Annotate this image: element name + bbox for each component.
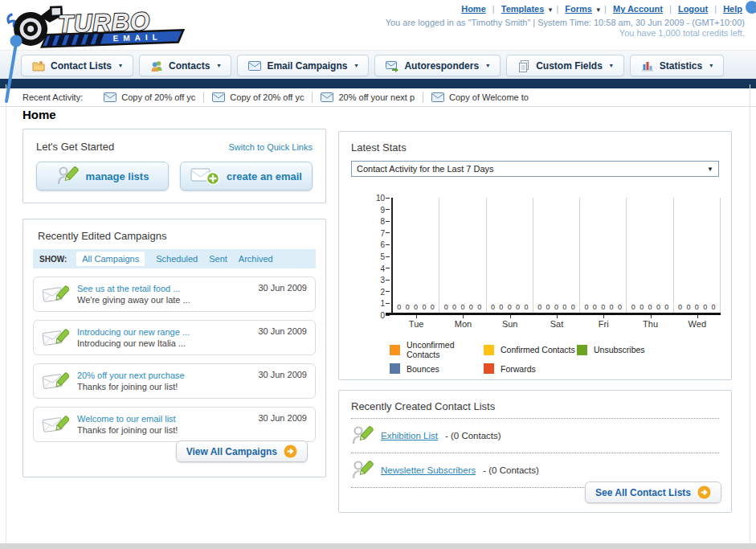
legend-swatch xyxy=(390,363,400,374)
x-axis-label-wed: Wed xyxy=(674,315,721,329)
top-link-templates[interactable]: Templates xyxy=(501,4,545,14)
recent-activity-item[interactable]: Copy of 20% off yc xyxy=(204,92,312,102)
tab-label: Email Campaigns xyxy=(267,60,347,72)
x-tick-mark xyxy=(463,315,464,318)
campaign-subtitle: Thanks for joining our list! xyxy=(77,425,178,435)
x-tick-mark xyxy=(557,315,558,318)
y-tick-label: 8 xyxy=(380,217,385,226)
go-arrow-icon xyxy=(697,485,711,499)
contacts-icon xyxy=(150,59,163,72)
tab-label: Contact Lists xyxy=(51,60,112,72)
campaign-row[interactable]: See us at the retail food ...We're givin… xyxy=(33,277,316,312)
go-arrow-icon xyxy=(284,445,297,458)
y-tick-label: 0 xyxy=(380,311,385,320)
campaign-title-link[interactable]: Welcome to our email list xyxy=(77,414,178,424)
envelope-pencil-icon xyxy=(42,370,69,392)
campaign-subtitle: Introducing our new Italia ... xyxy=(77,338,190,348)
campaign-title-link[interactable]: 20% off your next purchase xyxy=(77,371,185,380)
chevron-down-icon: ▾ xyxy=(217,62,220,69)
data-value: 0 xyxy=(452,303,456,311)
tab-email-campaigns[interactable]: Email Campaigns▾ xyxy=(237,55,369,76)
recent-activity-item[interactable]: Copy of 20% off yc xyxy=(96,92,203,102)
campaign-date: 30 Jun 2009 xyxy=(258,326,307,336)
create-an-email-button[interactable]: create an email xyxy=(180,162,313,191)
top-link-logout[interactable]: Logout xyxy=(678,4,708,14)
nav-separator: | xyxy=(602,4,609,14)
tab-statistics[interactable]: Statistics▾ xyxy=(630,55,724,76)
recent-activity-item-label: 20% off your next p xyxy=(338,92,415,102)
filter-archived[interactable]: Archived xyxy=(239,254,273,264)
campaign-subtitle: Thanks for joining our list! xyxy=(77,382,185,391)
contact-list-link[interactable]: Exhibition List xyxy=(381,431,438,440)
y-tick-label: 9 xyxy=(380,205,385,214)
x-axis-label-mon: Mon xyxy=(439,315,486,329)
data-value: 0 xyxy=(537,303,541,311)
envelope-icon xyxy=(321,92,333,102)
tab-contact-lists[interactable]: Contact Lists▾ xyxy=(21,55,133,76)
y-tick-mark xyxy=(386,280,390,281)
chart-zero-values: 00000 xyxy=(487,303,533,313)
turbo-email-logo: EMAIL TURBO xyxy=(5,2,191,50)
data-value: 0 xyxy=(422,303,426,311)
top-link-home[interactable]: Home xyxy=(461,4,486,14)
stats-range-select[interactable]: Contact Activity for the Last 7 Days ▼ xyxy=(351,161,719,177)
chart-group-fri: 00000 xyxy=(580,198,627,313)
recent-activity-item[interactable]: Copy of Welcome to xyxy=(423,92,537,102)
filter-all-campaigns[interactable]: All Campaigns xyxy=(76,252,145,266)
y-tick-mark xyxy=(386,291,390,292)
data-value: 0 xyxy=(571,303,575,311)
contact-list-count: - (0 Contacts) xyxy=(483,465,539,475)
envelope-icon xyxy=(212,92,225,102)
chart-legend: Unconfirmed ContactsConfirmed ContactsUn… xyxy=(390,340,719,374)
data-value: 0 xyxy=(618,303,622,311)
tab-autoresponders[interactable]: Autoresponders▾ xyxy=(374,55,501,76)
recent-activity-item[interactable]: 20% off your next p xyxy=(313,92,423,102)
data-value: 0 xyxy=(524,303,528,311)
credits-info: You have 1,000 total credits left. xyxy=(619,28,745,38)
top-link-help[interactable]: Help xyxy=(723,4,742,14)
show-label: SHOW: xyxy=(39,255,67,264)
data-value: 0 xyxy=(664,303,668,311)
data-value: 0 xyxy=(508,303,512,311)
campaign-row[interactable]: Welcome to our email listThanks for join… xyxy=(33,407,316,442)
chevron-down-icon: ▾ xyxy=(595,6,600,14)
legend-item: Unconfirmed Contacts xyxy=(390,340,484,359)
x-tick-mark xyxy=(697,315,698,318)
x-axis-label-thu: Thu xyxy=(627,315,673,329)
filter-scheduled[interactable]: Scheduled xyxy=(156,254,198,264)
manage-lists-button[interactable]: manage lists xyxy=(36,162,169,191)
custom-fields-icon xyxy=(517,59,530,72)
top-link-my-account[interactable]: My Account xyxy=(613,4,663,14)
dark-divider-bar xyxy=(0,79,756,88)
data-value: 0 xyxy=(516,303,520,311)
campaign-row[interactable]: Introducing our new range ...Introducing… xyxy=(33,320,316,355)
dotted-divider xyxy=(351,453,719,453)
tab-custom-fields[interactable]: Custom Fields▾ xyxy=(506,55,624,76)
chart-zero-values: 00000 xyxy=(393,303,439,313)
y-tick-mark xyxy=(386,303,390,304)
page-title: Home xyxy=(22,108,56,121)
tab-label: Contacts xyxy=(169,60,210,72)
y-tick-label: 7 xyxy=(380,228,385,237)
right-edge-border xyxy=(750,84,750,543)
campaign-text: See us at the retail food ...We're givin… xyxy=(77,284,190,305)
campaign-text: 20% off your next purchaseThanks for joi… xyxy=(77,371,185,391)
filter-sent[interactable]: Sent xyxy=(209,254,227,264)
legend-item: Unsubscribes xyxy=(577,340,719,359)
campaign-row[interactable]: 20% off your next purchaseThanks for joi… xyxy=(33,363,316,399)
data-value: 0 xyxy=(610,303,614,311)
view-all-campaigns-button[interactable]: View All Campaigns xyxy=(176,440,308,462)
tab-contacts[interactable]: Contacts▾ xyxy=(139,55,231,76)
campaign-title-link[interactable]: See us at the retail food ... xyxy=(77,284,190,293)
see-all-contact-lists-button[interactable]: See All Contact Lists xyxy=(585,481,721,503)
data-value: 0 xyxy=(414,303,418,311)
top-link-forms[interactable]: Forms xyxy=(565,4,592,14)
contact-list-link[interactable]: Newsletter Subscribers xyxy=(381,465,476,475)
data-value: 0 xyxy=(584,303,588,311)
x-tick-mark xyxy=(416,315,417,318)
switch-to-quick-links[interactable]: Switch to Quick Links xyxy=(228,142,313,152)
campaign-title-link[interactable]: Introducing our new range ... xyxy=(77,327,190,337)
person-pencil-icon xyxy=(56,165,79,187)
x-axis-label-sat: Sat xyxy=(533,315,580,329)
view-all-campaigns-label: View All Campaigns xyxy=(186,446,277,457)
